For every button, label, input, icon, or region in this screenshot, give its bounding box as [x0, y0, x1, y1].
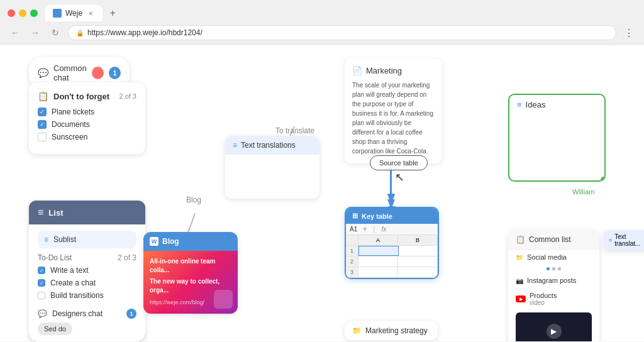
grid-rn-1: 1	[346, 246, 358, 256]
ssl-lock-icon: 🔒	[76, 30, 84, 36]
list-card-body: ≡ Sublist To-Do List 2 of 3 ✓ Write a te…	[29, 224, 145, 341]
marketing-body: The scale of your marketing plan will gr…	[352, 80, 435, 156]
common-list-item-2[interactable]: 📷 Instagram posts	[508, 273, 599, 288]
todo-item-3[interactable]: Sunscreen	[38, 133, 136, 141]
text-translations-card[interactable]: ≡ Text translations	[225, 136, 319, 199]
checkbox-2[interactable]: ✓	[38, 120, 47, 129]
common-list-card[interactable]: 📋 Common list 📁 Social media 📷 Instagram…	[508, 230, 599, 341]
list-card[interactable]: ≡ List ≡ Sublist To-Do List 2 of 3 ✓ Wri…	[29, 201, 145, 341]
instagram-label: Instagram posts	[527, 277, 576, 284]
list-todo-1[interactable]: ✓ Write a text	[38, 266, 136, 275]
blog-card[interactable]: W Blog All-in-one online team colla... T…	[143, 232, 238, 314]
grid-corner	[346, 235, 358, 245]
list-cb-3[interactable]	[38, 292, 45, 299]
blog-body: All-in-one online team colla... The new …	[143, 251, 238, 314]
sublist-item[interactable]: ≡ Sublist	[38, 231, 136, 248]
list-title: List	[48, 208, 63, 218]
source-table-button[interactable]: Source table	[370, 155, 428, 170]
url-text: https://www.app.weje.io/hbdr1204/	[87, 28, 203, 37]
list-cb-1[interactable]: ✓	[38, 267, 45, 274]
tab-bar: Weje ✕ +	[0, 0, 644, 21]
key-table-card[interactable]: ⊞ Key table A1 ▼ │ fx A B 1 2	[345, 207, 439, 279]
play-button[interactable]: ▶	[547, 324, 562, 339]
checkbox-1[interactable]: ✓	[38, 108, 47, 116]
products-sub: video	[530, 299, 557, 306]
nav-bar: ← → ↻ 🔒 https://www.app.weje.io/hbdr1204…	[0, 21, 644, 44]
marketing-doc-icon: 📄	[352, 66, 362, 75]
tab-title: Weje	[65, 9, 82, 18]
todo-item-2[interactable]: ✓ Documents	[38, 120, 136, 129]
designers-badge: 1	[126, 309, 136, 319]
tab-close-button[interactable]: ✕	[86, 9, 95, 18]
close-window-button[interactable]	[8, 9, 15, 17]
ideas-icon: ≡	[517, 100, 522, 109]
grid-col-b: B	[398, 235, 438, 245]
common-list-item-1[interactable]: 📁 Social media	[508, 250, 599, 265]
grid-rn-2: 2	[346, 256, 358, 267]
tt-mini-icon: ≡	[609, 237, 612, 243]
todo-item-1[interactable]: ✓ Plane tickets	[38, 108, 136, 116]
back-button[interactable]: ←	[8, 25, 23, 40]
active-tab[interactable]: Weje ✕	[45, 5, 103, 21]
browser-menu-button[interactable]: ⋮	[621, 25, 636, 40]
maximize-window-button[interactable]	[30, 9, 38, 17]
spreadsheet-grid: A B 1 2 3	[346, 235, 438, 278]
grid-cell-a2[interactable]	[358, 256, 398, 267]
text-translate-mini-card[interactable]: ≡ Text translat...	[604, 230, 644, 250]
youtube-icon: ▶	[516, 295, 526, 302]
ideas-header: ≡ Ideas	[509, 95, 604, 114]
marketing-card[interactable]: 📄 Marketing The scale of your marketing …	[345, 58, 442, 163]
todo-list-header: To-Do List 2 of 3	[38, 253, 136, 262]
forward-button[interactable]: →	[28, 25, 43, 40]
formula-bar: A1 ▼ │ fx	[346, 224, 438, 235]
address-bar[interactable]: 🔒 https://www.app.weje.io/hbdr1204/	[68, 25, 616, 40]
grid-header-row: A B	[346, 235, 438, 246]
designers-chat-row: 💬 Designers chat 1	[38, 305, 136, 319]
mkt-strategy-header: 📁 Marketing strategy	[345, 321, 438, 340]
marketing-header: 📄 Marketing	[352, 66, 435, 75]
grid-cell-a3[interactable]	[358, 267, 398, 277]
list-todo-label-3: Build transitions	[50, 291, 104, 300]
todo-header: 📋 Don't to forget 2 of 3	[38, 91, 136, 101]
todo-title: Don't to forget	[53, 92, 114, 101]
reload-button[interactable]: ↻	[48, 25, 63, 40]
todo-label-3: Sunscreen	[52, 133, 87, 141]
to-translate-label: To translate	[275, 126, 314, 135]
common-list-item-3[interactable]: ▶ Products video	[508, 288, 599, 310]
new-tab-button[interactable]: +	[105, 6, 120, 21]
chat-badge-blue: 1	[109, 67, 121, 79]
list-todo-3[interactable]: Build transitions	[38, 291, 136, 300]
common-list-title: Common list	[529, 235, 571, 244]
grid-cell-b3[interactable]	[398, 267, 438, 277]
todo-label-1: Plane tickets	[52, 108, 94, 116]
grid-rn-3: 3	[346, 267, 358, 277]
grid-cell-a1[interactable]	[358, 246, 399, 256]
list-icon: ≡	[38, 207, 43, 218]
list-cb-2[interactable]: ✓	[38, 279, 45, 287]
sed-do-button[interactable]: Sed do	[38, 323, 72, 335]
marketing-title: Marketing	[366, 66, 402, 75]
browser-chrome: Weje ✕ + ← → ↻ 🔒 https://www.app.weje.io…	[0, 0, 644, 45]
blog-icon: W	[150, 237, 158, 246]
list-todo-2[interactable]: ✓ Create a chat	[38, 279, 136, 287]
video-thumbnail[interactable]: ▶	[516, 312, 592, 341]
blog-header: W Blog	[143, 232, 238, 251]
designers-chat-label: Designers chat	[52, 309, 121, 318]
blog-body-title: All-in-one online team colla...	[150, 257, 231, 275]
cell-ref: A1	[350, 226, 357, 233]
ideas-title: Ideas	[526, 100, 546, 109]
grid-cell-b2[interactable]	[398, 256, 438, 267]
marketing-strategy-card[interactable]: 📁 Marketing strategy	[345, 321, 438, 340]
minimize-window-button[interactable]	[19, 9, 26, 17]
arrow-line-2	[391, 177, 392, 208]
products-group: Products video	[530, 292, 557, 306]
mkt-strategy-icon: 📁	[352, 326, 362, 335]
key-table-icon: ⊞	[352, 212, 358, 220]
william-label: William	[572, 188, 594, 196]
common-list-icon: 📋	[516, 235, 525, 244]
todo-card[interactable]: 📋 Don't to forget 2 of 3 ✓ Plane tickets…	[29, 82, 145, 154]
checkbox-3[interactable]	[38, 133, 47, 141]
blog-title: Blog	[162, 237, 179, 246]
ideas-card[interactable]: ≡ Ideas	[508, 94, 606, 182]
grid-cell-b1[interactable]	[399, 246, 438, 256]
